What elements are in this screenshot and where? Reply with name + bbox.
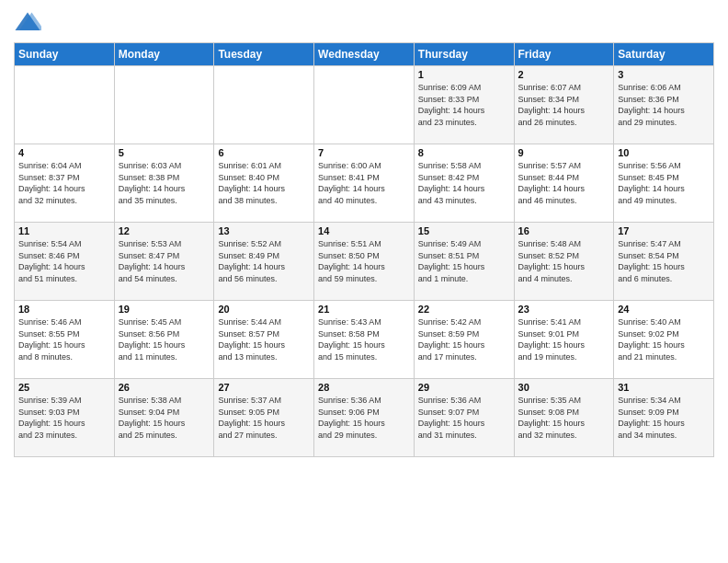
day-info: Sunrise: 5:51 AM Sunset: 8:50 PM Dayligh…	[318, 238, 410, 284]
calendar-cell: 25Sunrise: 5:39 AM Sunset: 9:03 PM Dayli…	[15, 379, 115, 457]
day-info: Sunrise: 5:52 AM Sunset: 8:49 PM Dayligh…	[218, 238, 310, 284]
calendar-week-3: 11Sunrise: 5:54 AM Sunset: 8:46 PM Dayli…	[15, 223, 714, 301]
day-number: 13	[218, 225, 310, 236]
day-number: 22	[418, 304, 510, 315]
day-info: Sunrise: 6:04 AM Sunset: 8:37 PM Dayligh…	[18, 160, 110, 206]
day-info: Sunrise: 5:58 AM Sunset: 8:42 PM Dayligh…	[418, 160, 510, 206]
calendar-week-2: 4Sunrise: 6:04 AM Sunset: 8:37 PM Daylig…	[15, 144, 714, 223]
day-info: Sunrise: 6:09 AM Sunset: 8:33 PM Dayligh…	[418, 82, 510, 128]
day-number: 2	[518, 69, 610, 80]
day-number: 15	[418, 225, 510, 236]
day-header-thursday: Thursday	[414, 43, 514, 66]
day-number: 20	[218, 304, 310, 315]
calendar-cell: 26Sunrise: 5:38 AM Sunset: 9:04 PM Dayli…	[114, 379, 214, 457]
day-info: Sunrise: 5:57 AM Sunset: 8:44 PM Dayligh…	[518, 160, 610, 206]
calendar-cell: 16Sunrise: 5:48 AM Sunset: 8:52 PM Dayli…	[514, 223, 614, 301]
day-info: Sunrise: 5:49 AM Sunset: 8:51 PM Dayligh…	[418, 238, 510, 284]
calendar-cell: 14Sunrise: 5:51 AM Sunset: 8:50 PM Dayli…	[314, 223, 415, 301]
day-number: 26	[119, 382, 210, 393]
day-info: Sunrise: 6:07 AM Sunset: 8:34 PM Dayligh…	[518, 82, 610, 128]
day-number: 12	[119, 225, 210, 236]
day-number: 9	[518, 147, 610, 158]
day-info: Sunrise: 5:37 AM Sunset: 9:05 PM Dayligh…	[218, 395, 310, 441]
calendar-table: SundayMondayTuesdayWednesdayThursdayFrid…	[14, 42, 714, 457]
calendar-cell: 3Sunrise: 6:06 AM Sunset: 8:36 PM Daylig…	[614, 66, 714, 144]
calendar-cell: 24Sunrise: 5:40 AM Sunset: 9:02 PM Dayli…	[614, 301, 714, 379]
day-info: Sunrise: 5:35 AM Sunset: 9:08 PM Dayligh…	[518, 395, 610, 441]
day-info: Sunrise: 6:01 AM Sunset: 8:40 PM Dayligh…	[218, 160, 310, 206]
day-info: Sunrise: 5:42 AM Sunset: 8:59 PM Dayligh…	[418, 316, 510, 362]
day-info: Sunrise: 5:53 AM Sunset: 8:47 PM Dayligh…	[119, 238, 210, 284]
day-number: 21	[318, 304, 410, 315]
day-info: Sunrise: 5:41 AM Sunset: 9:01 PM Dayligh…	[518, 316, 610, 362]
calendar-cell: 30Sunrise: 5:35 AM Sunset: 9:08 PM Dayli…	[514, 379, 614, 457]
calendar-cell: 13Sunrise: 5:52 AM Sunset: 8:49 PM Dayli…	[214, 223, 314, 301]
day-header-tuesday: Tuesday	[214, 43, 314, 66]
day-info: Sunrise: 5:56 AM Sunset: 8:45 PM Dayligh…	[618, 160, 710, 206]
day-number: 7	[318, 147, 410, 158]
day-header-wednesday: Wednesday	[314, 43, 415, 66]
calendar-cell: 2Sunrise: 6:07 AM Sunset: 8:34 PM Daylig…	[514, 66, 614, 144]
calendar-cell: 15Sunrise: 5:49 AM Sunset: 8:51 PM Dayli…	[414, 223, 514, 301]
header	[14, 9, 714, 37]
calendar-cell: 6Sunrise: 6:01 AM Sunset: 8:40 PM Daylig…	[214, 144, 314, 223]
day-info: Sunrise: 5:39 AM Sunset: 9:03 PM Dayligh…	[18, 395, 110, 441]
day-info: Sunrise: 5:44 AM Sunset: 8:57 PM Dayligh…	[218, 316, 310, 362]
day-info: Sunrise: 5:36 AM Sunset: 9:06 PM Dayligh…	[318, 395, 410, 441]
calendar-header-row: SundayMondayTuesdayWednesdayThursdayFrid…	[15, 43, 714, 66]
calendar-cell: 22Sunrise: 5:42 AM Sunset: 8:59 PM Dayli…	[414, 301, 514, 379]
day-info: Sunrise: 5:38 AM Sunset: 9:04 PM Dayligh…	[119, 395, 210, 441]
day-number: 10	[618, 147, 710, 158]
day-number: 18	[18, 304, 110, 315]
calendar-cell	[15, 66, 115, 144]
day-number: 27	[218, 382, 310, 393]
calendar-cell: 27Sunrise: 5:37 AM Sunset: 9:05 PM Dayli…	[214, 379, 314, 457]
day-number: 1	[418, 69, 510, 80]
day-number: 23	[518, 304, 610, 315]
calendar-cell: 8Sunrise: 5:58 AM Sunset: 8:42 PM Daylig…	[414, 144, 514, 223]
calendar-cell: 7Sunrise: 6:00 AM Sunset: 8:41 PM Daylig…	[314, 144, 415, 223]
calendar-cell: 28Sunrise: 5:36 AM Sunset: 9:06 PM Dayli…	[314, 379, 415, 457]
calendar-week-1: 1Sunrise: 6:09 AM Sunset: 8:33 PM Daylig…	[15, 66, 714, 144]
day-info: Sunrise: 6:00 AM Sunset: 8:41 PM Dayligh…	[318, 160, 410, 206]
day-info: Sunrise: 5:48 AM Sunset: 8:52 PM Dayligh…	[518, 238, 610, 284]
day-header-friday: Friday	[514, 43, 614, 66]
calendar-cell: 5Sunrise: 6:03 AM Sunset: 8:38 PM Daylig…	[114, 144, 214, 223]
calendar-cell: 20Sunrise: 5:44 AM Sunset: 8:57 PM Dayli…	[214, 301, 314, 379]
calendar-cell: 12Sunrise: 5:53 AM Sunset: 8:47 PM Dayli…	[114, 223, 214, 301]
calendar-cell: 4Sunrise: 6:04 AM Sunset: 8:37 PM Daylig…	[15, 144, 115, 223]
day-info: Sunrise: 6:03 AM Sunset: 8:38 PM Dayligh…	[119, 160, 210, 206]
day-number: 24	[618, 304, 710, 315]
day-number: 8	[418, 147, 510, 158]
calendar-cell: 9Sunrise: 5:57 AM Sunset: 8:44 PM Daylig…	[514, 144, 614, 223]
day-number: 4	[18, 147, 110, 158]
calendar-week-4: 18Sunrise: 5:46 AM Sunset: 8:55 PM Dayli…	[15, 301, 714, 379]
calendar-cell: 21Sunrise: 5:43 AM Sunset: 8:58 PM Dayli…	[314, 301, 415, 379]
calendar-cell: 11Sunrise: 5:54 AM Sunset: 8:46 PM Dayli…	[15, 223, 115, 301]
day-number: 6	[218, 147, 310, 158]
day-info: Sunrise: 5:43 AM Sunset: 8:58 PM Dayligh…	[318, 316, 410, 362]
day-info: Sunrise: 5:54 AM Sunset: 8:46 PM Dayligh…	[18, 238, 110, 284]
day-number: 16	[518, 225, 610, 236]
calendar-cell: 17Sunrise: 5:47 AM Sunset: 8:54 PM Dayli…	[614, 223, 714, 301]
day-number: 31	[618, 382, 710, 393]
day-info: Sunrise: 5:47 AM Sunset: 8:54 PM Dayligh…	[618, 238, 710, 284]
day-number: 17	[618, 225, 710, 236]
calendar-cell: 18Sunrise: 5:46 AM Sunset: 8:55 PM Dayli…	[15, 301, 115, 379]
calendar-cell: 10Sunrise: 5:56 AM Sunset: 8:45 PM Dayli…	[614, 144, 714, 223]
day-number: 30	[518, 382, 610, 393]
day-number: 25	[18, 382, 110, 393]
day-info: Sunrise: 5:46 AM Sunset: 8:55 PM Dayligh…	[18, 316, 110, 362]
calendar-week-5: 25Sunrise: 5:39 AM Sunset: 9:03 PM Dayli…	[15, 379, 714, 457]
day-info: Sunrise: 5:36 AM Sunset: 9:07 PM Dayligh…	[418, 395, 510, 441]
day-info: Sunrise: 6:06 AM Sunset: 8:36 PM Dayligh…	[618, 82, 710, 128]
day-number: 19	[119, 304, 210, 315]
calendar-cell: 19Sunrise: 5:45 AM Sunset: 8:56 PM Dayli…	[114, 301, 214, 379]
logo	[14, 9, 41, 37]
day-info: Sunrise: 5:45 AM Sunset: 8:56 PM Dayligh…	[119, 316, 210, 362]
calendar-cell	[114, 66, 214, 144]
logo-icon	[14, 9, 41, 37]
day-info: Sunrise: 5:40 AM Sunset: 9:02 PM Dayligh…	[618, 316, 710, 362]
calendar-cell	[214, 66, 314, 144]
day-number: 5	[119, 147, 210, 158]
